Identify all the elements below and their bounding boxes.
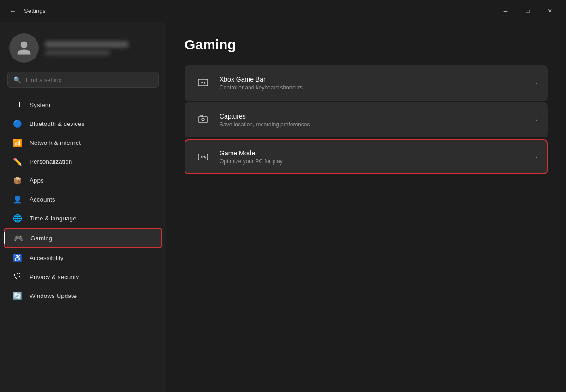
sidebar-label-privacy: Privacy & security [30, 273, 79, 280]
svg-rect-4 [198, 154, 208, 160]
svg-point-5 [204, 156, 205, 157]
back-button[interactable]: ← [6, 4, 20, 18]
window-controls: ─ □ ✕ [495, 4, 560, 18]
search-box[interactable]: 🔍 [7, 72, 159, 88]
setting-text-captures: CapturesSave location, recording prefere… [220, 113, 527, 128]
sidebar-label-network: Network & internet [30, 139, 81, 146]
sidebar-item-time[interactable]: 🌐Time & language [4, 209, 162, 227]
main-content: Gaming Xbox Game BarController and keybo… [166, 22, 566, 392]
setting-title-captures: Captures [220, 113, 527, 120]
windows-update-icon: 🔄 [13, 291, 22, 300]
user-name-blurred [45, 41, 128, 48]
setting-title-game-mode: Game Mode [220, 149, 527, 157]
setting-captures[interactable]: CapturesSave location, recording prefere… [185, 102, 548, 137]
sidebar-item-network[interactable]: 📶Network & internet [4, 133, 162, 152]
sidebar-label-accessibility: Accessibility [30, 255, 64, 261]
system-icon: 🖥 [13, 100, 22, 109]
setting-xbox-game-bar[interactable]: Xbox Game BarController and keyboard sho… [185, 65, 548, 101]
personalization-icon: ✏️ [13, 157, 22, 166]
time-icon: 🌐 [13, 214, 22, 223]
setting-desc-xbox-game-bar: Controller and keyboard shortcuts [220, 84, 527, 91]
game-bar-icon [195, 75, 211, 91]
accounts-icon: 👤 [13, 195, 22, 204]
captures-icon [195, 112, 211, 128]
apps-icon: 📦 [13, 176, 22, 185]
network-icon: 📶 [13, 138, 22, 147]
svg-point-2 [202, 118, 204, 121]
avatar [9, 33, 39, 63]
chevron-right-icon: › [535, 153, 537, 160]
svg-point-6 [205, 157, 206, 158]
sidebar-label-bluetooth: Bluetooth & devices [30, 120, 84, 127]
sidebar-item-apps[interactable]: 📦Apps [4, 171, 162, 190]
setting-game-mode[interactable]: Game ModeOptimize your PC for play› [185, 139, 548, 174]
setting-text-xbox-game-bar: Xbox Game BarController and keyboard sho… [220, 76, 527, 91]
sidebar-label-time: Time & language [30, 215, 77, 222]
settings-list: Xbox Game BarController and keyboard sho… [185, 65, 548, 174]
sidebar-item-personalization[interactable]: ✏️Personalization [4, 152, 162, 171]
sidebar-item-accounts[interactable]: 👤Accounts [4, 190, 162, 208]
sidebar-label-accounts: Accounts [30, 196, 55, 203]
svg-rect-3 [201, 115, 203, 116]
person-icon [16, 40, 32, 56]
sidebar-label-system: System [30, 101, 50, 108]
sidebar-item-gaming[interactable]: 🎮Gaming [4, 228, 162, 248]
chevron-right-icon: › [535, 79, 537, 87]
setting-desc-captures: Save location, recording preferences [220, 121, 527, 128]
search-icon: 🔍 [13, 76, 21, 83]
minimize-button[interactable]: ─ [495, 4, 516, 18]
accessibility-icon: ♿ [13, 253, 22, 262]
sidebar-item-accessibility[interactable]: ♿Accessibility [4, 249, 162, 267]
game-mode-icon [195, 148, 211, 165]
page-title: Gaming [185, 37, 548, 53]
sidebar-label-windows-update: Windows Update [30, 292, 77, 299]
sidebar-item-bluetooth[interactable]: 🔵Bluetooth & devices [4, 114, 162, 133]
app-title: Settings [24, 7, 46, 14]
chevron-right-icon: › [535, 116, 537, 124]
titlebar: ← Settings ─ □ ✕ [0, 0, 566, 22]
setting-title-xbox-game-bar: Xbox Game Bar [220, 76, 527, 83]
sidebar-item-windows-update[interactable]: 🔄Windows Update [4, 286, 162, 305]
user-profile[interactable] [0, 22, 166, 72]
svg-rect-1 [199, 116, 207, 123]
privacy-icon: 🛡 [13, 272, 22, 281]
gaming-icon: 🎮 [14, 233, 23, 243]
search-container: 🔍 [0, 72, 166, 95]
sidebar-nav: 🖥System🔵Bluetooth & devices📶Network & in… [0, 95, 166, 305]
bluetooth-icon: 🔵 [13, 119, 22, 128]
app-container: 🔍 🖥System🔵Bluetooth & devices📶Network & … [0, 22, 566, 392]
setting-desc-game-mode: Optimize your PC for play [220, 158, 527, 165]
user-info [45, 41, 157, 55]
sidebar-label-gaming: Gaming [30, 235, 52, 242]
sidebar-item-system[interactable]: 🖥System [4, 95, 162, 114]
user-sub-blurred [45, 50, 110, 55]
sidebar-label-apps: Apps [30, 177, 44, 184]
sidebar-item-privacy[interactable]: 🛡Privacy & security [4, 267, 162, 286]
setting-text-game-mode: Game ModeOptimize your PC for play [220, 149, 527, 165]
maximize-button[interactable]: □ [517, 4, 538, 18]
search-input[interactable] [26, 77, 153, 83]
close-button[interactable]: ✕ [539, 4, 560, 18]
sidebar-label-personalization: Personalization [30, 158, 72, 165]
sidebar: 🔍 🖥System🔵Bluetooth & devices📶Network & … [0, 22, 166, 392]
